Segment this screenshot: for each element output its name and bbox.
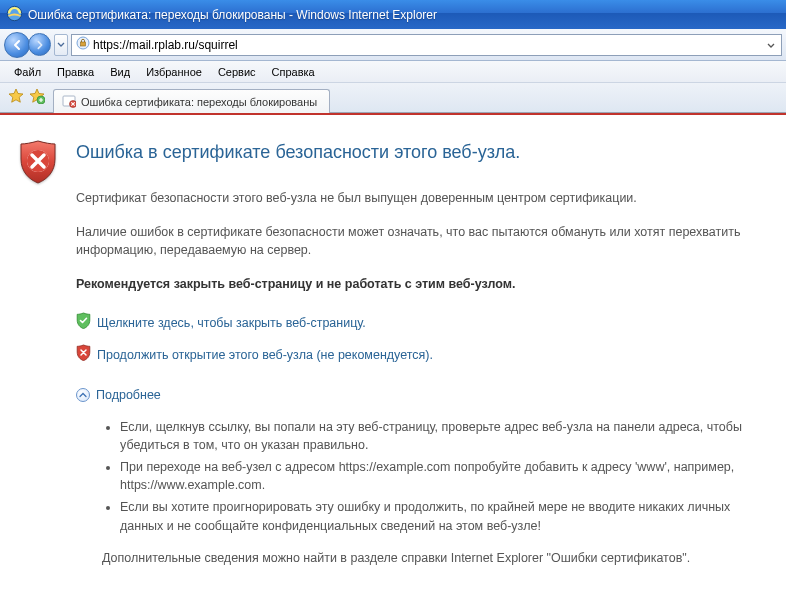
close-page-link[interactable]: Щелкните здесь, чтобы закрыть веб-страни… [97,314,366,332]
detail-footer: Дополнительные сведения можно найти в ра… [102,549,776,567]
ie-icon [6,5,23,25]
shield-red-icon [76,344,91,366]
detail-bullet-3: Если вы хотите проигнорировать эту ошибк… [120,498,776,534]
menu-edit[interactable]: Правка [49,64,102,80]
more-info-details: Если, щелкнув ссылку, вы попали на эту в… [76,418,776,567]
menu-bar: Файл Правка Вид Избранное Сервис Справка [0,61,786,83]
tab-cert-error-icon [62,94,76,110]
menu-tools[interactable]: Сервис [210,64,264,80]
nav-history-dropdown[interactable] [54,34,68,56]
detail-bullet-2: При переходе на веб-узел с адресом https… [120,458,776,494]
more-info-toggle[interactable]: Подробнее [76,386,776,404]
address-bar[interactable]: https://mail.rplab.ru/squirrel [71,34,782,56]
forward-button[interactable] [28,33,51,56]
browser-tab[interactable]: Ошибка сертификата: переходы блокированы [53,89,330,113]
svg-rect-2 [81,42,86,46]
address-url[interactable]: https://mail.rplab.ru/squirrel [93,38,764,52]
menu-file[interactable]: Файл [6,64,49,80]
page-content: Ошибка в сертификате безопасности этого … [0,113,786,602]
shield-green-icon [76,312,91,334]
tab-toolbar: Ошибка сертификата: переходы блокированы [0,83,786,113]
error-shield-icon [18,139,62,567]
favorites-buttons [4,88,53,112]
window-titlebar: Ошибка сертификата: переходы блокированы… [0,0,786,29]
navigation-toolbar: https://mail.rplab.ru/squirrel [0,29,786,61]
continue-action[interactable]: Продолжить открытие этого веб-узла (не р… [76,344,776,366]
tab-title: Ошибка сертификата: переходы блокированы [81,96,317,108]
back-button[interactable] [4,32,30,58]
cert-error-paragraph-2: Наличие ошибок в сертификате безопасност… [76,223,776,259]
lock-icon [76,36,90,53]
menu-help[interactable]: Справка [264,64,323,80]
close-page-action[interactable]: Щелкните здесь, чтобы закрыть веб-страни… [76,312,776,334]
chevron-up-icon [76,388,90,402]
window-title: Ошибка сертификата: переходы блокированы… [28,8,437,22]
cert-error-paragraph-1: Сертификат безопасности этого веб-узла н… [76,189,776,207]
page-heading: Ошибка в сертификате безопасности этого … [76,139,776,165]
add-favorites-icon[interactable] [29,88,45,106]
menu-view[interactable]: Вид [102,64,138,80]
recommendation-paragraph: Рекомендуется закрыть веб-страницу и не … [76,275,776,293]
continue-link[interactable]: Продолжить открытие этого веб-узла (не р… [97,346,433,364]
nav-button-group [4,32,51,58]
address-dropdown-icon[interactable] [764,38,778,52]
detail-bullet-1: Если, щелкнув ссылку, вы попали на эту в… [120,418,776,454]
favorites-star-icon[interactable] [8,88,24,106]
menu-favorites[interactable]: Избранное [138,64,210,80]
more-info-label: Подробнее [96,386,161,404]
